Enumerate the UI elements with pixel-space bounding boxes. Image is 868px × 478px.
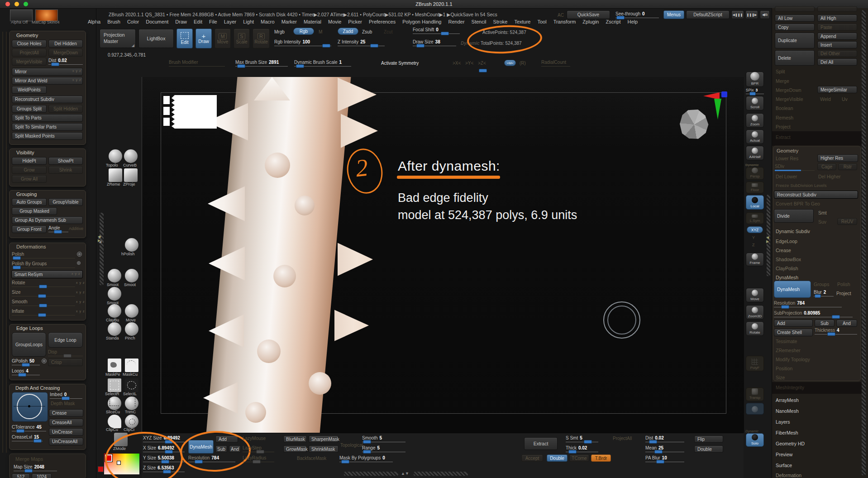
blur-slider[interactable]: Blur2 xyxy=(814,290,834,296)
brush-icon-smooth1[interactable] xyxy=(108,269,121,282)
brush-icon-claybuildup[interactable] xyxy=(108,304,121,318)
brush-icon-standard[interactable] xyxy=(108,322,121,336)
draw-size-slider[interactable]: Draw Size38 xyxy=(413,39,456,46)
rp-and-button[interactable]: And xyxy=(836,320,857,327)
menu-item-picker[interactable]: Picker xyxy=(348,19,362,26)
zoom3d-button[interactable]: Zoom3D xyxy=(746,305,764,320)
menu-item-render[interactable]: Render xyxy=(448,19,464,26)
mrgb-toggle[interactable]: Mrgb xyxy=(274,29,285,34)
modify-topology-item[interactable]: Modify Topology xyxy=(776,357,810,362)
del-lower-item[interactable]: Del Lower xyxy=(776,174,797,179)
depth-and-creasing-section-title[interactable]: Depth And Creasing xyxy=(15,385,60,391)
groups-loops-button[interactable]: GroupsLoops xyxy=(12,332,46,357)
aahalf-button[interactable]: AAHalf xyxy=(746,146,764,160)
smt-toggle[interactable]: Smt xyxy=(818,210,827,215)
gpolish-mode-icon[interactable] xyxy=(42,358,47,363)
close-holes-button[interactable]: Close Holes xyxy=(12,40,47,48)
z-intensity-slider[interactable]: Z Intensity25 xyxy=(338,39,385,46)
mirror-and-weld-xyz[interactable]: x y z xyxy=(72,78,81,81)
merge-item[interactable]: Merge xyxy=(776,78,789,84)
weld-points-button[interactable]: WeldPoints xyxy=(12,86,47,94)
tessimate-item[interactable]: Tessimate xyxy=(776,339,797,344)
dynamic-subdiv-item[interactable]: Dynamic Subdiv xyxy=(776,229,810,234)
polish-slider[interactable]: Polish xyxy=(12,252,75,258)
project-item[interactable]: Project xyxy=(776,124,791,129)
actual-size-button[interactable]: Actual xyxy=(746,129,764,144)
gyro-z-icon[interactable]: Z xyxy=(752,243,755,247)
resolution-slider[interactable]: Resolution784 xyxy=(774,301,842,307)
lower-res-item[interactable]: Lower Res xyxy=(776,156,798,161)
del-higher-item[interactable]: Del Higher xyxy=(818,174,841,179)
tcorner-button[interactable]: TCorne xyxy=(569,454,589,462)
menu-item-edit[interactable]: Edit xyxy=(194,19,202,26)
copy-button[interactable]: Copy xyxy=(775,24,815,31)
angle-slider[interactable]: Angle xyxy=(48,225,68,232)
brush-icon-move[interactable] xyxy=(125,304,138,318)
smooth-deform-slider[interactable]: Smooth xyxy=(12,299,75,306)
map-1024-button[interactable]: 1024 xyxy=(32,473,52,478)
brush-icon-selectrect[interactable] xyxy=(108,378,121,392)
menu-item-marker[interactable]: Marker xyxy=(281,19,297,26)
deformation-section[interactable]: Deformation xyxy=(776,473,801,478)
dynamesh-group-label[interactable]: DynaMesh xyxy=(776,275,798,280)
menu-item-stencil[interactable]: Stencil xyxy=(472,19,486,26)
secondary-color-swatch[interactable] xyxy=(98,466,104,472)
axis-gizmo-z-icon[interactable] xyxy=(721,91,727,97)
merge-maps-title[interactable]: Merge Maps xyxy=(15,456,43,462)
rstr-button[interactable]: Rstr xyxy=(838,163,857,170)
split-masked-points-button[interactable]: Split Masked Points xyxy=(12,132,83,140)
grouping-section-title[interactable]: Grouping xyxy=(16,191,37,197)
move-3d-button[interactable]: Move xyxy=(746,288,764,302)
menu-item-movie[interactable]: Movie xyxy=(328,19,341,26)
max-brush-size-slider[interactable]: Max Brush Size2891 xyxy=(235,60,288,67)
reconstruct-subdiv-button[interactable]: Reconstruct Subdiv xyxy=(12,96,83,103)
menu-item-transform[interactable]: Transform xyxy=(553,19,576,26)
crisp-button[interactable]: Crisp xyxy=(48,358,83,366)
lightbox-button[interactable]: LightBox xyxy=(138,29,174,48)
zsub-toggle[interactable]: Zsub xyxy=(362,29,372,34)
layers-section[interactable]: Layers xyxy=(776,419,790,425)
bpr-render-button[interactable]: BPR xyxy=(746,72,764,87)
zremesher-item[interactable]: ZRemesher xyxy=(776,348,801,353)
scroll-button[interactable]: Scroll xyxy=(746,96,764,110)
visibility-section-title[interactable]: Visibility xyxy=(16,150,34,155)
menu-item-layer[interactable]: Layer xyxy=(224,19,237,26)
group-masked-button[interactable]: Group Masked xyxy=(12,207,57,215)
edge-loop-button[interactable]: Edge Loop xyxy=(48,332,83,348)
local-button[interactable]: Local xyxy=(746,195,764,210)
brush-icon-curvebridge[interactable] xyxy=(124,149,138,163)
sharpenmask-button[interactable]: SharpenMask xyxy=(309,435,339,443)
ghost-button[interactable] xyxy=(746,403,764,415)
lazyradius-slider[interactable]: LazyRadius xyxy=(243,455,274,462)
menu-item-zplugin[interactable]: Zplugin xyxy=(582,19,599,26)
del-other-button[interactable]: Del Other xyxy=(817,50,857,57)
crease-lvl-slider[interactable]: CreaseLvl15 xyxy=(12,435,43,441)
menus-button[interactable]: Menus xyxy=(663,10,684,19)
right-divider-collapse-icon[interactable]: ◀▶ xyxy=(766,235,769,244)
subprojection-slider[interactable]: SubProjection0.80985 xyxy=(774,311,853,317)
s-smt-slider[interactable]: S Smt5 xyxy=(566,435,598,442)
group-as-dynamesh-sub-button[interactable]: Group As Dynamesh Sub xyxy=(12,216,83,224)
floor-button[interactable]: Floor xyxy=(746,182,764,193)
rotate-xyz[interactable]: x y z xyxy=(76,281,85,284)
hidept-button[interactable]: HidePt xyxy=(12,157,47,165)
split-item[interactable]: Split xyxy=(776,69,785,74)
gpolish-slider[interactable]: GPolish50 xyxy=(12,358,40,365)
rp-sub-button[interactable]: Sub xyxy=(815,320,835,327)
rotate-button[interactable]: R Rotate xyxy=(253,29,270,48)
loops-slider[interactable]: Loops4 xyxy=(12,368,40,375)
size-xyz[interactable]: x y z xyxy=(76,291,85,294)
zoom-button[interactable]: Zoom xyxy=(746,113,764,128)
project-all-button[interactable]: ProjectAll xyxy=(12,49,47,57)
tray-scrollbar[interactable] xyxy=(100,213,104,285)
undo-history-right-icon[interactable]: ❚❚❚▶ xyxy=(745,10,758,19)
persp-button[interactable]: Persp xyxy=(746,167,764,180)
brush-icon-maskcurve[interactable] xyxy=(125,358,138,372)
duplicate-button[interactable]: Duplicate xyxy=(775,33,815,48)
bottom-scroll-arrows-icon[interactable]: ▲▼ xyxy=(401,471,409,476)
symmetry-y-toggle[interactable]: >Y< xyxy=(465,61,473,66)
edit-button[interactable]: Edit xyxy=(176,29,193,48)
brush-icon-hpolish[interactable] xyxy=(125,238,138,252)
grow-all-button[interactable]: Grow All xyxy=(12,175,47,183)
solo-button[interactable]: Solo xyxy=(746,433,764,447)
